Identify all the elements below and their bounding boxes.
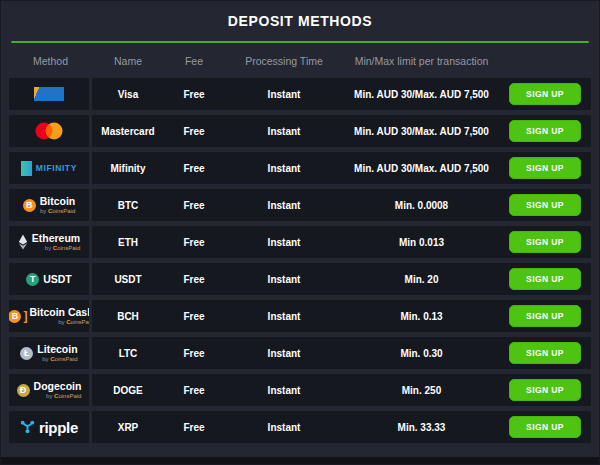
method-processing-time: Instant (224, 348, 344, 359)
method-processing-time: Instant (224, 237, 344, 248)
column-header-limit: Min/Max limit per transaction (344, 55, 499, 67)
method-processing-time: Instant (224, 89, 344, 100)
method-logo-cell (9, 115, 89, 147)
method-brand-text: Ethereum (32, 233, 80, 244)
sign-up-button[interactable]: SIGN UP (509, 120, 581, 142)
column-header-processing-time: Processing Time (224, 55, 344, 67)
method-name: BCH (92, 311, 164, 322)
visa-logo: VISA (34, 87, 65, 101)
method-fee: Free (164, 126, 224, 137)
method-logo-cell: Ethereumby CoinsPaid (9, 226, 89, 258)
method-name: Mastercard (92, 126, 164, 137)
column-header-name: Name (92, 55, 164, 67)
method-name: DOGE (92, 385, 164, 396)
visa-wordmark: VISA (34, 87, 65, 101)
table-row: VISA Visa Free Instant Min. AUD 30/Max. … (9, 78, 591, 110)
sign-up-button[interactable]: SIGN UP (509, 194, 581, 216)
method-fee: Free (164, 237, 224, 248)
bottom-strip (1, 457, 599, 464)
table-row: BBitcoinby CoinsPaid BTC Free Instant Mi… (9, 189, 591, 221)
row-content-cell: BCH Free Instant Min. 0.13 SIGN UP (92, 300, 591, 332)
bracket-right: ] (23, 310, 27, 322)
method-brand-text: Bitcoin Cash (29, 307, 89, 318)
method-processing-time: Instant (224, 422, 344, 433)
sign-up-button[interactable]: SIGN UP (509, 416, 581, 438)
method-processing-time: Instant (224, 311, 344, 322)
coin-icon: B (9, 310, 21, 323)
method-limit: Min. 33.33 (344, 422, 499, 433)
row-content-cell: DOGE Free Instant Min. 250 SIGN UP (92, 374, 591, 406)
method-limit: Min. AUD 30/Max. AUD 7,500 (344, 89, 499, 100)
method-brand-text: Litecoin (37, 344, 77, 355)
method-fee: Free (164, 163, 224, 174)
table-row: ∞MIFINITY Mifinity Free Instant Min. AUD… (9, 152, 591, 184)
table-row: ŁLitecoinby CoinsPaid LTC Free Instant M… (9, 337, 591, 369)
litecoin-logo: ŁLitecoinby CoinsPaid (20, 344, 77, 362)
coin-icon: B (23, 199, 36, 212)
deposit-methods-panel: DEPOSIT METHODS Method Name Fee Processi… (0, 0, 600, 465)
table-row: ÐDogecoinby CoinsPaid DOGE Free Instant … (9, 374, 591, 406)
method-limit: Min. 250 (344, 385, 499, 396)
row-content-cell: LTC Free Instant Min. 0.30 SIGN UP (92, 337, 591, 369)
method-limit: Min. 20 (344, 274, 499, 285)
method-limit: Min. 0.13 (344, 311, 499, 322)
method-processing-time: Instant (224, 126, 344, 137)
method-processing-time: Instant (224, 163, 344, 174)
ethereum-logo: Ethereumby CoinsPaid (18, 233, 80, 251)
sign-up-button[interactable]: SIGN UP (509, 305, 581, 327)
sign-up-button[interactable]: SIGN UP (509, 231, 581, 253)
method-logo-cell: BBitcoinby CoinsPaid (9, 189, 89, 221)
coin-icon: Ł (20, 347, 33, 360)
dogecoin-logo: ÐDogecoinby CoinsPaid (17, 381, 82, 399)
sign-up-button[interactable]: SIGN UP (509, 342, 581, 364)
sign-up-button[interactable]: SIGN UP (509, 268, 581, 290)
method-limit: Min 0.013 (344, 237, 499, 248)
method-logo-cell: ripple (9, 411, 89, 443)
mastercard-logo (35, 122, 63, 140)
ripple-triskelion-icon (20, 420, 35, 434)
method-name: USDT (92, 274, 164, 285)
table-header: Method Name Fee Processing Time Min/Max … (9, 43, 591, 78)
method-name: Visa (92, 89, 164, 100)
table-row: TUSDT USDT Free Instant Min. 20 SIGN UP (9, 263, 591, 295)
table-row: ripple XRP Free Instant Min. 33.33 SIGN … (9, 411, 591, 443)
bitcoin-logo: BBitcoinby CoinsPaid (23, 196, 76, 214)
column-header-method: Method (9, 55, 92, 67)
method-name: Mifinity (92, 163, 164, 174)
method-fee: Free (164, 385, 224, 396)
ripple-logo: ripple (20, 420, 78, 435)
method-name: LTC (92, 348, 164, 359)
method-logo-cell: ÐDogecoinby CoinsPaid (9, 374, 89, 406)
method-fee: Free (164, 89, 224, 100)
method-logo-cell: ∞MIFINITY (9, 152, 89, 184)
coin-icon: T (26, 273, 39, 286)
sign-up-button[interactable]: SIGN UP (509, 379, 581, 401)
method-brand-text: Dogecoin (34, 381, 82, 392)
method-name: ETH (92, 237, 164, 248)
title-bar: DEPOSIT METHODS (1, 1, 599, 41)
sign-up-button[interactable]: SIGN UP (509, 83, 581, 105)
method-fee: Free (164, 274, 224, 285)
method-fee: Free (164, 200, 224, 211)
method-name: XRP (92, 422, 164, 433)
method-processing-time: Instant (224, 385, 344, 396)
infinity-icon: ∞ (21, 161, 32, 176)
method-fee: Free (164, 422, 224, 433)
coin-icon: Ð (17, 384, 30, 397)
method-fee: Free (164, 348, 224, 359)
deposit-table-body: VISA Visa Free Instant Min. AUD 30/Max. … (9, 78, 591, 448)
mifinity-logo: ∞MIFINITY (21, 161, 77, 176)
method-logo-cell: TUSDT (9, 263, 89, 295)
method-limit: Min. AUD 30/Max. AUD 7,500 (344, 126, 499, 137)
ethereum-diamond-icon (18, 234, 28, 250)
column-header-fee: Fee (164, 55, 224, 67)
method-fee: Free (164, 311, 224, 322)
method-processing-time: Instant (224, 274, 344, 285)
sign-up-button[interactable]: SIGN UP (509, 157, 581, 179)
row-content-cell: USDT Free Instant Min. 20 SIGN UP (92, 263, 591, 295)
coinspaid-label: by CoinsPaid (58, 319, 89, 325)
method-processing-time: Instant (224, 200, 344, 211)
method-logo-cell: [B]Bitcoin Cashby CoinsPaid (9, 300, 89, 332)
row-content-cell: Mifinity Free Instant Min. AUD 30/Max. A… (92, 152, 591, 184)
row-content-cell: Mastercard Free Instant Min. AUD 30/Max.… (92, 115, 591, 147)
